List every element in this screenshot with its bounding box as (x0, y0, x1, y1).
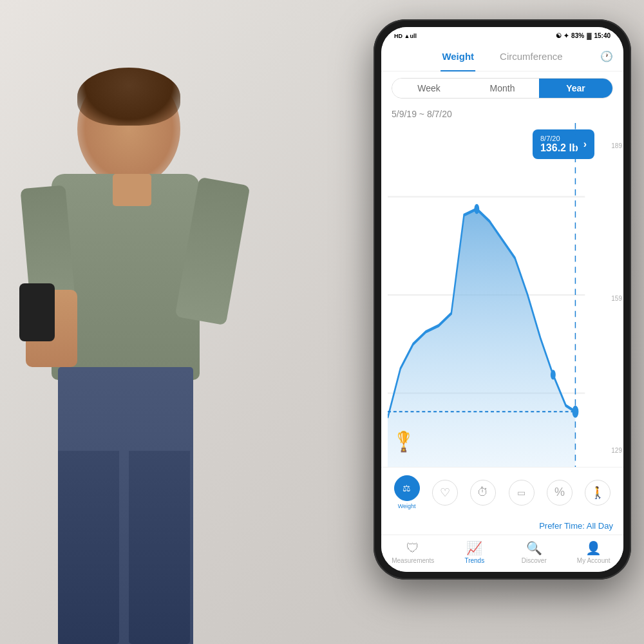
my-account-label: My Account (577, 557, 611, 564)
trends-label: Trends (464, 557, 484, 564)
weight-icon-circle: ⚖ (394, 475, 420, 501)
measurements-icon: 🛡 (406, 541, 419, 556)
weight-icon: ⚖ (402, 483, 411, 493)
phone: HD ▲ull ☯ ✦ 83% ▓ 15:40 Weight Circumfer… (374, 19, 631, 580)
icon-body[interactable]: ▭ (509, 480, 535, 506)
status-right: ☯ ✦ 83% ▓ 15:40 (556, 32, 611, 39)
percent-icon-circle: % (547, 480, 573, 506)
status-signal: HD ▲ull (394, 33, 417, 39)
trends-icon: 📈 (466, 540, 482, 556)
y-label-159: 159 (611, 295, 622, 302)
figure-icon-circle: 🚶 (585, 480, 611, 506)
heart-icon-circle: ♡ (432, 480, 458, 506)
figure-icon: 🚶 (591, 486, 605, 500)
nav-discover[interactable]: 🔍 Discover (515, 540, 553, 564)
my-account-icon: 👤 (585, 540, 601, 556)
weight-chart: 🏆 (388, 123, 598, 467)
discover-icon: 🔍 (526, 540, 542, 556)
icon-percent[interactable]: % (547, 480, 573, 506)
bottom-nav: 🛡 Measurements 📈 Trends 🔍 Discover 👤 My … (381, 535, 623, 572)
nav-trends[interactable]: 📈 Trends (455, 540, 494, 564)
period-month[interactable]: Month (466, 79, 539, 98)
body-icon: ▭ (517, 488, 526, 498)
phone-screen: HD ▲ull ☯ ✦ 83% ▓ 15:40 Weight Circumfer… (381, 27, 623, 572)
icon-timer[interactable]: ⏱ (470, 480, 496, 506)
top-tabs: Weight Circumference 🕐 (381, 42, 623, 71)
icon-weight[interactable]: ⚖ Weight (394, 475, 420, 509)
status-left: HD ▲ull (394, 33, 417, 39)
tab-weight[interactable]: Weight (429, 47, 487, 66)
chart-area: 8/7/20 136.2 lb › (381, 123, 623, 467)
body-icon-circle: ▭ (509, 480, 535, 506)
period-week[interactable]: Week (392, 79, 466, 98)
y-label-129: 129 (611, 447, 622, 454)
date-range: 5/9/19 ~ 8/7/20 (381, 105, 623, 123)
status-time: 15:40 (594, 32, 611, 39)
bottom-icons-row: ⚖ Weight ♡ ⏱ (381, 473, 623, 512)
nav-my-account[interactable]: 👤 My Account (574, 540, 613, 564)
timer-icon: ⏱ (477, 486, 489, 499)
svg-point-6 (572, 406, 578, 418)
status-icons: ☯ ✦ (556, 32, 569, 39)
svg-text:🏆: 🏆 (397, 430, 410, 455)
period-selector: Week Month Year (392, 78, 613, 99)
icon-figure[interactable]: 🚶 (585, 480, 611, 506)
timer-icon-circle: ⏱ (470, 480, 496, 506)
phone-outer: HD ▲ull ☯ ✦ 83% ▓ 15:40 Weight Circumfer… (374, 19, 631, 580)
svg-point-7 (551, 370, 556, 379)
status-bar: HD ▲ull ☯ ✦ 83% ▓ 15:40 (381, 27, 623, 42)
bottom-icons-section: ⚖ Weight ♡ ⏱ (381, 467, 623, 517)
weight-label: Weight (398, 503, 416, 509)
tab-clock-icon[interactable]: 🕐 (600, 50, 613, 62)
svg-point-5 (474, 204, 479, 214)
y-label-189: 189 (611, 142, 622, 149)
tab-circumference[interactable]: Circumference (487, 47, 576, 66)
prefer-time[interactable]: Prefer Time: All Day (381, 517, 623, 535)
battery-icon: ▓ (587, 32, 591, 39)
battery-percent: 83% (571, 32, 584, 39)
period-year[interactable]: Year (539, 79, 612, 98)
measurements-label: Measurements (392, 557, 434, 564)
percent-icon: % (554, 486, 565, 499)
y-axis: 189 159 129 (611, 142, 622, 454)
icon-heart[interactable]: ♡ (432, 480, 458, 506)
person-photo (0, 0, 335, 644)
discover-label: Discover (522, 557, 547, 564)
nav-measurements[interactable]: 🛡 Measurements (392, 541, 434, 564)
heart-icon: ♡ (440, 486, 450, 500)
